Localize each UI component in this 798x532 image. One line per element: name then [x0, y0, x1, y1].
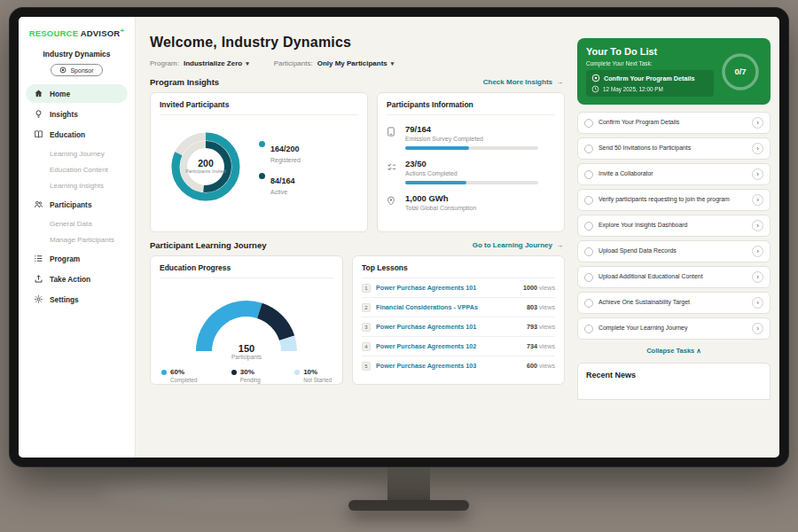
legend-item-active: 84/164 Active	[259, 171, 301, 195]
task-row[interactable]: Complete Your Learning Journey ›	[577, 317, 771, 340]
info-label: Emission Survey Completed	[405, 136, 538, 142]
actions-progress-bar	[405, 181, 538, 184]
link-label: Go to Learning Journey	[473, 241, 552, 249]
chevron-right-icon[interactable]: ›	[752, 194, 763, 206]
views-suffix: views	[539, 303, 555, 311]
legend-label: Completed	[170, 377, 197, 383]
sidebar-item-insights[interactable]: Insights	[26, 105, 128, 123]
task-row[interactable]: Upload Spend Data Records ›	[577, 240, 771, 262]
emission-progress-bar	[405, 146, 538, 150]
sidebar-item-manage-participants[interactable]: Manage Participants	[26, 231, 128, 247]
sidebar-item-take-action[interactable]: Take Action	[26, 270, 128, 288]
lesson-row: 1 Power Purchase Agreements 101 1000view…	[362, 278, 555, 298]
sidebar-item-education-content[interactable]: Education Content	[26, 161, 128, 177]
sidebar-item-learning-journey[interactable]: Learning Journey	[26, 145, 128, 161]
education-progress-card: Education Progress 150 Participants	[150, 255, 343, 385]
chevron-right-icon[interactable]: ›	[752, 143, 763, 154]
sidebar-nav: Home Insights Education Learning Journey…	[26, 84, 128, 309]
chevron-right-icon[interactable]: ›	[752, 271, 763, 283]
card-title: Education Progress	[160, 263, 333, 278]
lesson-link[interactable]: Power Purchase Agreements 102	[376, 342, 476, 350]
go-to-learning-journey-link[interactable]: Go to Learning Journey →	[473, 241, 563, 249]
rank-badge: 5	[362, 362, 371, 371]
card-title: Participants Information	[387, 100, 555, 115]
app-logo: RESOURCE ADVISOR+	[26, 27, 128, 38]
sidebar-item-home[interactable]: Home	[26, 84, 128, 103]
task-checkbox[interactable]	[584, 299, 593, 308]
take-action-icon	[34, 274, 44, 284]
card-title: Top Lessons	[362, 263, 555, 278]
participants-filter-value: Only My Participants	[317, 59, 387, 67]
lesson-link[interactable]: Power Purchase Agreements 103	[376, 362, 476, 370]
chevron-right-icon[interactable]: ›	[752, 168, 763, 180]
chevron-right-icon[interactable]: ›	[752, 297, 763, 309]
task-checkbox[interactable]	[584, 145, 593, 153]
main-content: Welcome, Industry Dynamics Program: Indu…	[136, 17, 575, 458]
lesson-row: 4 Power Purchase Agreements 102 734views	[362, 337, 555, 356]
sidebar-item-general-data[interactable]: General Data	[26, 215, 128, 231]
todo-summary-card: Your To Do List Complete Your Next Task:…	[577, 38, 771, 105]
task-row[interactable]: Send 50 Invitations to Participants ›	[577, 137, 771, 160]
task-checkbox[interactable]	[584, 247, 593, 256]
sidebar-item-settings[interactable]: Settings	[26, 290, 128, 309]
todo-progress-text: 0/7	[734, 66, 746, 76]
program-filter[interactable]: Program: Industrialize Zero ▾	[150, 59, 249, 67]
chevron-right-icon[interactable]: ›	[752, 220, 763, 231]
task-label: Confirm Your Program Details	[598, 119, 747, 127]
views-suffix: views	[539, 323, 555, 331]
legend-item-registered: 164/200 Registered	[259, 139, 301, 163]
sidebar-item-program[interactable]: Program	[26, 249, 128, 268]
task-row[interactable]: Achieve One Sustainability Target ›	[577, 292, 771, 314]
task-checkbox[interactable]	[584, 119, 593, 128]
todo-panel: Your To Do List Complete Your Next Task:…	[575, 17, 779, 458]
arrow-right-icon: →	[556, 78, 563, 86]
sidebar-item-education[interactable]: Education	[26, 125, 128, 144]
chevron-right-icon[interactable]: ›	[752, 246, 763, 257]
section-title: Program Insights	[150, 77, 219, 87]
collapse-tasks-link[interactable]: Collapse Tasks ∧	[577, 347, 771, 355]
check-more-insights-link[interactable]: Check More Insights →	[483, 78, 563, 86]
task-checkbox[interactable]	[584, 222, 593, 231]
sidebar-item-label: Take Action	[50, 275, 90, 284]
task-checkbox[interactable]	[584, 273, 593, 282]
participants-filter[interactable]: Participants: Only My Participants ▾	[274, 59, 395, 67]
sidebar-item-learning-insights[interactable]: Learning Insights	[26, 177, 128, 193]
lesson-link[interactable]: Financial Considerations - VPPAs	[376, 303, 478, 311]
task-label: Complete Your Learning Journey	[598, 325, 747, 332]
participants-information-card: Participants Information 79/164 Emission…	[377, 92, 565, 232]
lesson-row: 3 Power Purchase Agreements 101 793views	[362, 317, 555, 337]
lesson-link[interactable]: Power Purchase Agreements 101	[376, 284, 476, 292]
views-count: 600	[527, 362, 537, 370]
sponsor-badge: Sponsor	[51, 64, 102, 76]
legend-label: Registered	[270, 157, 301, 163]
task-row[interactable]: Confirm Your Program Details ›	[577, 112, 771, 134]
task-checkbox[interactable]	[584, 170, 593, 179]
gauge-center-label: Participants	[180, 354, 313, 360]
education-legend: 60% Completed 30% Pending	[160, 368, 333, 383]
task-checkbox[interactable]	[584, 325, 593, 333]
lesson-link[interactable]: Power Purchase Agreements 101	[376, 323, 476, 331]
chevron-right-icon[interactable]: ›	[752, 117, 763, 129]
legend-label: Pending	[240, 377, 261, 383]
task-row[interactable]: Upload Additional Educational Content ›	[577, 266, 771, 288]
legend-value: 84/164	[270, 176, 295, 185]
chevron-right-icon[interactable]: ›	[752, 323, 763, 334]
views-suffix: views	[539, 362, 555, 370]
legend-item-completed: 60% Completed	[161, 368, 197, 383]
settings-gear-icon	[34, 294, 44, 304]
donut-center-value: 200	[198, 158, 214, 168]
task-row[interactable]: Explore Your Insights Dashboard ›	[577, 215, 771, 237]
monitor-bezel: RESOURCE ADVISOR+ Industry Dynamics Spon…	[9, 7, 789, 467]
info-value: 1,000 GWh	[405, 193, 476, 203]
participants-icon	[34, 200, 44, 209]
task-row[interactable]: Invite a Collaborator ›	[577, 163, 771, 185]
task-checkbox[interactable]	[584, 196, 593, 205]
task-row[interactable]: Verify participants requesting to join t…	[577, 189, 771, 211]
sidebar-item-participants[interactable]: Participants	[26, 195, 128, 214]
sidebar-item-label: Education	[50, 130, 85, 139]
sidebar: RESOURCE ADVISOR+ Industry Dynamics Spon…	[19, 17, 136, 458]
sidebar-item-label: Program	[50, 254, 80, 263]
task-label: Achieve One Sustainability Target	[598, 299, 747, 307]
link-label: Check More Insights	[483, 78, 552, 86]
logo-plus: +	[120, 27, 124, 35]
